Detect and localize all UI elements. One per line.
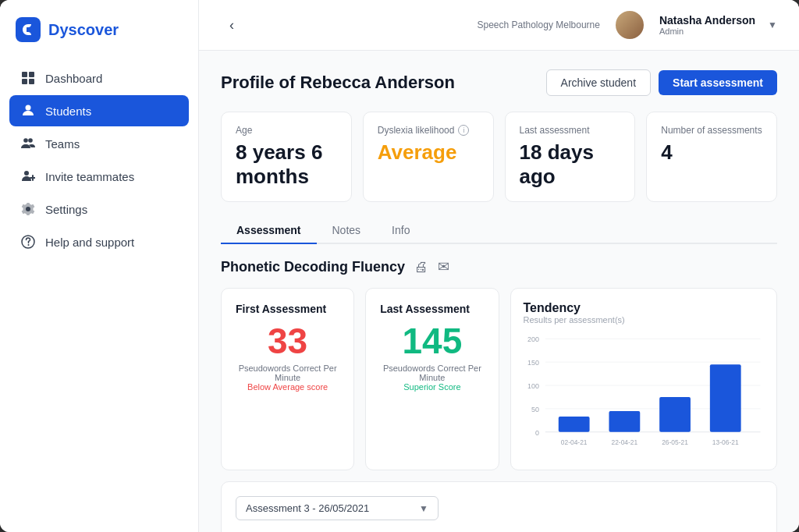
- last-assessment-title: Last Assessment: [380, 303, 484, 315]
- svg-point-4: [26, 105, 31, 111]
- stat-label-age: Age: [236, 125, 337, 136]
- user-menu-chevron[interactable]: ▼: [768, 20, 777, 30]
- tendency-title: Tendency: [524, 301, 765, 315]
- tab-assessment[interactable]: Assessment: [221, 218, 317, 244]
- people-icon: [20, 136, 36, 151]
- stat-card-dyslexia: Dyslexia likelihood i Average: [363, 112, 494, 202]
- svg-text:150: 150: [527, 359, 538, 367]
- email-icon[interactable]: ✉: [438, 258, 449, 275]
- tendency-card: Tendency Results per assessment(s) 200 1…: [510, 288, 778, 470]
- gear-icon: [20, 201, 36, 217]
- content-area: Profile of Rebecca Anderson Archive stud…: [199, 51, 799, 532]
- svg-rect-1: [29, 72, 34, 77]
- sidebar-label-dashboard: Dashboard: [45, 72, 102, 85]
- last-assessment-card: Last Assessment 145 Pseudowords Correct …: [365, 288, 499, 470]
- user-role: Admin: [659, 27, 755, 36]
- section-header: Phonetic Decoding Fluency 🖨 ✉: [221, 258, 777, 275]
- svg-text:50: 50: [531, 406, 538, 413]
- svg-rect-3: [29, 79, 34, 84]
- sidebar-label-settings: Settings: [45, 203, 87, 216]
- sidebar: Dyscover Dashboard Students: [0, 0, 199, 532]
- sidebar-item-invite[interactable]: Invite teammates: [9, 161, 189, 192]
- tabs: Assessment Notes Info: [221, 218, 777, 244]
- svg-rect-2: [22, 79, 27, 84]
- sidebar-item-settings[interactable]: Settings: [9, 193, 189, 225]
- svg-text:22-04-21: 22-04-21: [611, 438, 637, 446]
- svg-point-6: [28, 138, 33, 143]
- last-assessment-quality: Superior Score: [403, 382, 460, 392]
- page-header: Profile of Rebecca Anderson Archive stud…: [221, 69, 777, 96]
- assessment-dropdown[interactable]: Assessment 3 - 26/05/2021 ▼: [236, 496, 439, 520]
- svg-rect-0: [22, 72, 27, 77]
- tendency-chart: 200 150 100 50 0: [524, 332, 765, 457]
- person-add-icon: [20, 168, 36, 184]
- section-title: Phonetic Decoding Fluency: [221, 259, 405, 275]
- start-assessment-button[interactable]: Start assessment: [659, 70, 777, 95]
- info-icon[interactable]: i: [458, 125, 469, 136]
- svg-text:200: 200: [527, 335, 538, 343]
- sidebar-item-dashboard[interactable]: Dashboard: [9, 62, 189, 94]
- stat-value-age: 8 years 6 months: [236, 140, 337, 189]
- first-assessment-sublabel: Pseudowords Correct Per Minute: [236, 364, 339, 382]
- page-title: Profile of Rebecca Anderson: [221, 73, 546, 93]
- first-assessment-title: First Assessment: [236, 303, 339, 315]
- bar-2: [609, 411, 640, 432]
- grid-icon: [20, 70, 36, 86]
- user-info: Natasha Anderson Admin: [659, 14, 755, 36]
- dropdown-label: Assessment 3 - 26/05/2021: [246, 502, 369, 514]
- back-button[interactable]: ‹: [221, 14, 243, 36]
- first-assessment-quality: Below Average score: [247, 382, 328, 392]
- last-assessment-sublabel: Pseudowords Correct Per Minute: [380, 364, 484, 382]
- app-name: Dyscover: [48, 21, 119, 39]
- stat-card-age: Age 8 years 6 months: [221, 112, 352, 202]
- svg-text:0: 0: [534, 429, 538, 437]
- svg-point-5: [23, 138, 28, 143]
- first-assessment-card: First Assessment 33 Pseudowords Correct …: [221, 288, 354, 470]
- bar-1: [558, 417, 589, 432]
- svg-point-12: [28, 244, 30, 246]
- svg-text:02-04-21: 02-04-21: [560, 438, 587, 446]
- tab-info[interactable]: Info: [376, 218, 425, 244]
- bar-3: [659, 397, 691, 432]
- avatar: [616, 11, 644, 39]
- dropdown-chevron-icon: ▼: [419, 503, 428, 514]
- print-icon[interactable]: 🖨: [414, 259, 428, 275]
- last-assessment-score: 145: [403, 323, 463, 359]
- user-name: Natasha Anderson: [659, 14, 755, 27]
- assessment-cards: First Assessment 33 Pseudowords Correct …: [221, 288, 777, 470]
- stat-card-count: Number of assessments 4: [646, 112, 777, 202]
- chart-area: 200 150 100 50 0: [524, 332, 765, 457]
- sidebar-label-help: Help and support: [45, 236, 134, 249]
- sidebar-label-teams: Teams: [45, 137, 80, 151]
- archive-student-button[interactable]: Archive student: [546, 69, 652, 96]
- main-content: ‹ Speech Pathology Melbourne Natasha And…: [199, 0, 799, 532]
- selected-assessment-section: Assessment 3 - 26/05/2021 ▼ 45 Pseudowor…: [221, 481, 777, 532]
- stat-value-last: 18 days ago: [520, 140, 621, 189]
- tab-notes[interactable]: Notes: [317, 218, 377, 244]
- top-header: ‹ Speech Pathology Melbourne Natasha And…: [199, 0, 799, 51]
- svg-text:26-05-21: 26-05-21: [662, 438, 688, 446]
- stat-label-dyslexia: Dyslexia likelihood i: [378, 125, 479, 136]
- bar-4: [709, 364, 740, 432]
- logo: Dyscover: [0, 0, 198, 56]
- logo-icon: [16, 17, 41, 42]
- sidebar-item-teams[interactable]: Teams: [9, 128, 189, 159]
- stats-row: Age 8 years 6 months Dyslexia likelihood…: [221, 112, 777, 202]
- sidebar-item-help[interactable]: Help and support: [9, 226, 189, 257]
- nav: Dashboard Students Teams: [0, 56, 198, 532]
- stat-label-count: Number of assessments: [661, 125, 762, 136]
- help-icon: [20, 234, 36, 250]
- person-icon: [20, 103, 36, 119]
- first-assessment-score: 33: [268, 323, 307, 359]
- stat-label-last: Last assessment: [520, 125, 621, 136]
- sidebar-label-students: Students: [45, 105, 91, 118]
- stat-value-count: 4: [661, 140, 762, 165]
- stat-card-last: Last assessment 18 days ago: [505, 112, 636, 202]
- org-name: Speech Pathology Melbourne: [477, 20, 599, 30]
- selected-assessment-card: Assessment 3 - 26/05/2021 ▼ 45 Pseudowor…: [221, 481, 777, 532]
- svg-text:13-06-21: 13-06-21: [712, 438, 738, 446]
- sidebar-label-invite: Invite teammates: [45, 170, 134, 183]
- sidebar-item-students[interactable]: Students: [9, 95, 189, 126]
- tendency-subtitle: Results per assessment(s): [524, 315, 765, 325]
- svg-point-7: [24, 171, 29, 176]
